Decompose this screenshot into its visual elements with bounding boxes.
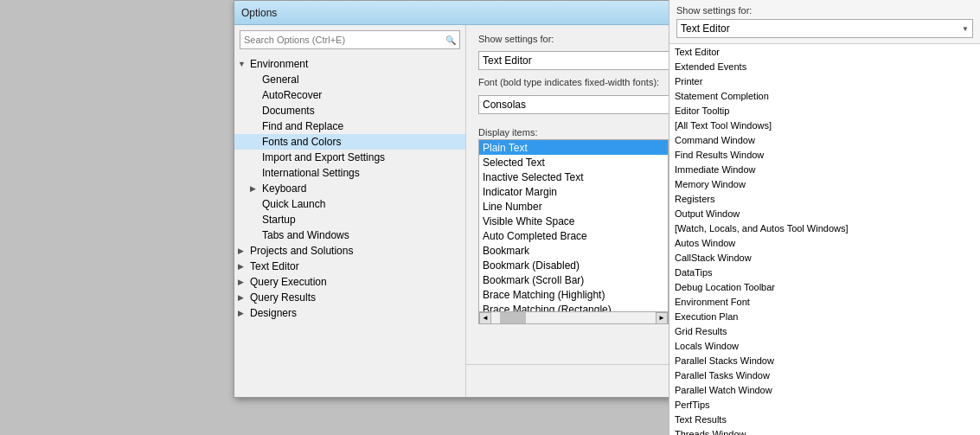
- rp-list-item[interactable]: Parallel Tasks Window: [669, 368, 980, 382]
- rp-list-item[interactable]: Environment Font: [669, 294, 980, 309]
- expand-icon: ▶: [238, 309, 250, 317]
- rp-list-item[interactable]: Extended Events: [669, 59, 980, 74]
- list-item[interactable]: Plain Text: [479, 140, 668, 155]
- sidebar-item-label: Projects and Solutions: [250, 245, 462, 257]
- collapse-icon: ▼: [238, 60, 250, 68]
- sidebar-item-text-editor[interactable]: ▶ Text Editor: [234, 259, 465, 274]
- rp-list-item[interactable]: [Watch, Locals, and Autos Tool Windows]: [669, 221, 980, 235]
- rp-list-item[interactable]: Memory Window: [669, 176, 980, 191]
- display-items-col: Display items: Plain Text Selected Text …: [478, 127, 669, 355]
- right-panel: Show settings for: Text Editor ▼ Text Ed…: [669, 0, 980, 435]
- sidebar-item-label: Designers: [250, 307, 462, 319]
- list-item[interactable]: Bookmark (Scroll Bar): [479, 272, 668, 287]
- scroll-left-btn[interactable]: ◄: [479, 312, 491, 324]
- rp-list-item[interactable]: CallStack Window: [669, 250, 980, 265]
- rp-dropdown-value: Text Editor: [681, 22, 730, 35]
- sidebar-item-documents[interactable]: Documents: [234, 103, 465, 118]
- rp-list-item[interactable]: Printer: [669, 74, 980, 88]
- rp-list-item[interactable]: Autos Window: [669, 235, 980, 250]
- rp-list-item[interactable]: Locals Window: [669, 338, 980, 353]
- sidebar-item-label: General: [262, 74, 462, 86]
- sidebar-item-label: Environment: [250, 58, 462, 70]
- sidebar-item-keyboard[interactable]: ▶ Keyboard: [234, 181, 465, 196]
- rp-list-item[interactable]: Text Results: [669, 412, 980, 426]
- rp-list-item[interactable]: Parallel Stacks Window: [669, 353, 980, 368]
- rp-list-item[interactable]: Debug Location Toolbar: [669, 279, 980, 294]
- scroll-right-btn[interactable]: ►: [656, 312, 668, 324]
- sidebar-item-label: Quick Launch: [262, 198, 462, 210]
- list-item[interactable]: Selected Text: [479, 155, 668, 170]
- sidebar-item-label: Startup: [262, 214, 462, 226]
- sidebar-item-autorecover[interactable]: AutoRecover: [234, 87, 465, 103]
- expand-icon: ▶: [238, 278, 250, 286]
- rp-list-item[interactable]: Find Results Window: [669, 147, 980, 162]
- search-box[interactable]: 🔍: [240, 30, 460, 49]
- sidebar-item-startup[interactable]: Startup: [234, 212, 465, 227]
- sidebar-item-projects-solutions[interactable]: ▶ Projects and Solutions: [234, 243, 465, 259]
- sidebar-item-designers[interactable]: ▶ Designers: [234, 305, 465, 321]
- list-item[interactable]: Line Number: [479, 199, 668, 214]
- settings-for-value: Text Editor: [483, 54, 532, 67]
- rp-list-item[interactable]: Output Window: [669, 206, 980, 221]
- h-scroll-thumb: [500, 312, 526, 323]
- list-item[interactable]: Indicator Margin: [479, 184, 668, 199]
- rp-list-item[interactable]: Parallel Watch Window: [669, 382, 980, 397]
- list-item[interactable]: Brace Matching (Highlight): [479, 287, 668, 302]
- rp-list-item[interactable]: Editor Tooltip: [669, 103, 980, 118]
- rp-list-item[interactable]: PerfTips: [669, 397, 980, 412]
- dialog-title: Options: [241, 7, 277, 19]
- rp-list-item[interactable]: Execution Plan: [669, 309, 980, 323]
- sidebar-item-label: Keyboard: [262, 182, 462, 195]
- display-items-label: Display items:: [478, 127, 669, 138]
- rp-list-item[interactable]: Immediate Window: [669, 162, 980, 176]
- sidebar-item-find-replace[interactable]: Find and Replace: [234, 118, 465, 134]
- rp-list-item[interactable]: Command Window: [669, 132, 980, 147]
- sidebar-item-label: Import and Export Settings: [262, 151, 462, 163]
- sidebar-item-label: Text Editor: [250, 260, 462, 272]
- search-input[interactable]: [244, 35, 445, 45]
- expand-icon: ▶: [238, 246, 250, 255]
- list-item[interactable]: Visible White Space: [479, 214, 668, 228]
- list-item[interactable]: Inactive Selected Text: [479, 170, 668, 184]
- sidebar-item-intl[interactable]: International Settings: [234, 165, 465, 181]
- dropdown-arrow-icon: ▼: [962, 25, 969, 33]
- rp-list-item[interactable]: Registers: [669, 191, 980, 206]
- rp-list-item[interactable]: Text Editor: [669, 44, 980, 59]
- h-scroll-track: [491, 312, 656, 323]
- settings-for-label: Show settings for:: [478, 34, 554, 44]
- expand-icon: ▶: [238, 262, 250, 271]
- sidebar-item-tabs-windows[interactable]: Tabs and Windows: [234, 227, 465, 243]
- rp-dropdown[interactable]: Text Editor ▼: [676, 19, 973, 38]
- sidebar-item-quick-launch[interactable]: Quick Launch: [234, 196, 465, 212]
- sidebar-tree: ▼ Environment General AutoRecover Docume…: [234, 54, 465, 397]
- rp-list-item[interactable]: DataTips: [669, 265, 980, 279]
- sidebar-item-import-export[interactable]: Import and Export Settings: [234, 150, 465, 165]
- sidebar-item-label: AutoRecover: [262, 89, 462, 101]
- list-item[interactable]: Bookmark: [479, 243, 668, 258]
- expand-icon: ▶: [250, 184, 262, 193]
- rp-dropdown-row: Text Editor ▼: [669, 19, 980, 43]
- list-item[interactable]: Brace Matching (Rectangle): [479, 302, 668, 312]
- sidebar-item-label: Find and Replace: [262, 120, 462, 132]
- rp-list-item[interactable]: Statement Completion: [669, 88, 980, 103]
- rp-list-item[interactable]: [All Text Tool Windows]: [669, 118, 980, 132]
- sidebar-item-label: Query Results: [250, 291, 462, 304]
- sidebar-item-label: Query Execution: [250, 276, 462, 288]
- sidebar-item-fonts-colors[interactable]: Fonts and Colors: [234, 134, 465, 150]
- rp-list-item[interactable]: Threads Window: [669, 426, 980, 435]
- sidebar-item-environment[interactable]: ▼ Environment: [234, 56, 465, 72]
- font-value: Consolas: [483, 99, 526, 111]
- list-item[interactable]: Auto Completed Brace: [479, 228, 668, 243]
- h-scrollbar[interactable]: ◄ ►: [478, 312, 669, 324]
- list-item[interactable]: Bookmark (Disabled): [479, 258, 668, 272]
- rp-header: Show settings for:: [669, 0, 980, 19]
- sidebar-item-label: Tabs and Windows: [262, 229, 462, 241]
- display-items-list[interactable]: Plain Text Selected Text Inactive Select…: [478, 139, 669, 312]
- sidebar-item-query-execution[interactable]: ▶ Query Execution: [234, 274, 465, 290]
- search-icon: 🔍: [445, 35, 456, 45]
- rp-list-item[interactable]: Grid Results: [669, 323, 980, 338]
- sidebar-item-general[interactable]: General: [234, 72, 465, 87]
- sidebar-item-query-results[interactable]: ▶ Query Results: [234, 290, 465, 305]
- rp-list[interactable]: Text Editor Extended Events Printer Stat…: [669, 43, 980, 435]
- sidebar-item-label: Documents: [262, 105, 462, 117]
